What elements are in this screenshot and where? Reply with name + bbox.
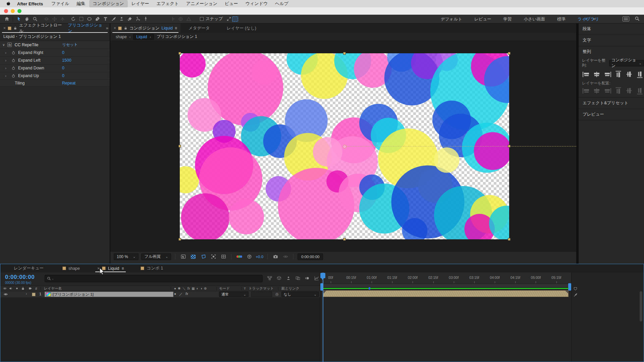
workspace-tab[interactable]: 標準 xyxy=(552,16,570,22)
hide-shy-layers-icon[interactable] xyxy=(285,275,291,281)
index-column-label[interactable]: # xyxy=(35,286,37,291)
stopwatch-icon[interactable] xyxy=(11,51,18,55)
menu-item[interactable]: 編集 xyxy=(73,0,89,7)
resolution-dropdown[interactable]: フル画質 ⌄ xyxy=(141,253,171,260)
layer-handle-mid-right[interactable] xyxy=(508,145,511,147)
paragraph-panel-label[interactable]: 段落 xyxy=(579,23,644,35)
preview-time-display[interactable]: 0:00:00:00 xyxy=(298,253,323,260)
mask-visibility-icon[interactable] xyxy=(200,253,207,260)
property-value[interactable]: Repeat xyxy=(62,81,75,85)
show-snapshot-icon[interactable] xyxy=(282,253,289,260)
stopwatch-icon[interactable] xyxy=(11,74,18,78)
track-matte-cell[interactable] xyxy=(251,292,272,297)
work-area-bar[interactable] xyxy=(320,284,571,288)
property-expander-icon[interactable]: › xyxy=(0,74,11,78)
axis-tool-icon[interactable] xyxy=(176,15,184,23)
layer-handle-top-left[interactable] xyxy=(178,52,181,55)
layer-tab[interactable]: レイヤー (なし) xyxy=(223,23,260,33)
property-value[interactable]: 0 xyxy=(62,50,64,55)
layer-name-text[interactable]: [プリコンポジション 1] xyxy=(53,292,94,297)
axis-tool-icon[interactable] xyxy=(168,15,176,23)
menu-item[interactable]: コンポジション xyxy=(89,0,128,7)
effect-reset-button[interactable]: リセット xyxy=(62,42,78,47)
tool-button-icon[interactable] xyxy=(11,15,15,23)
timeline-tab-shape[interactable]: shape xyxy=(57,264,85,273)
property-value[interactable]: 1500 xyxy=(62,58,71,63)
comp-button-icon[interactable] xyxy=(573,293,578,297)
parent-pickwhip-icon[interactable]: ◎ xyxy=(275,292,279,296)
panel-overflow-icon[interactable]: » xyxy=(106,25,108,31)
align-button-icon[interactable] xyxy=(603,71,612,77)
tool-button-icon[interactable] xyxy=(125,15,133,23)
effects-presets-label[interactable]: エフェクト&プリセット xyxy=(579,98,644,109)
layer-duration-bar[interactable] xyxy=(323,290,569,297)
playhead-line[interactable] xyxy=(323,273,323,362)
menu-item[interactable]: エフェクト xyxy=(153,0,183,7)
exposure-value[interactable]: +0.0 xyxy=(256,255,263,259)
fx-badge-icon[interactable]: fx xyxy=(7,43,12,47)
current-time-value[interactable]: 0:00:00:00 xyxy=(5,274,35,281)
breadcrumb-parent-box[interactable]: Liquid ‹ xyxy=(133,34,154,40)
track-matte-column-label[interactable]: トラックマット xyxy=(249,286,274,291)
tool-button-icon[interactable] xyxy=(77,15,85,23)
tool-button-icon[interactable] xyxy=(117,15,125,23)
snap-marching-ants-icon[interactable] xyxy=(232,16,238,22)
layer-name-selected[interactable]: [プリコンポジション 1] xyxy=(45,292,173,297)
tool-button-icon[interactable] xyxy=(133,15,142,23)
time-ruler[interactable]: 00f00:15f01:00f01:15f02:00f02:15f03:00f0… xyxy=(320,273,571,284)
switch-column-icon[interactable]: ● xyxy=(174,287,176,290)
workspace-tab[interactable]: 学習 xyxy=(499,16,517,22)
workspace-tab[interactable]: レビュー xyxy=(470,16,496,22)
effect-expander-icon[interactable]: ∨ xyxy=(0,43,7,47)
breadcrumb-grandparent[interactable]: shape xyxy=(116,35,127,39)
align-button-icon[interactable] xyxy=(582,71,590,77)
lock-icon[interactable] xyxy=(124,26,127,30)
property-value[interactable]: 0 xyxy=(62,73,64,78)
tool-button-icon[interactable] xyxy=(109,15,117,23)
menu-item[interactable]: ヘルプ xyxy=(271,0,292,7)
motion-blur-icon[interactable] xyxy=(304,275,310,281)
layer-name-column-label[interactable]: レイヤー名 xyxy=(44,286,62,291)
render-queue-tab[interactable]: レンダーキュー xyxy=(8,264,49,273)
workspace-settings-icon[interactable] xyxy=(623,16,629,21)
close-panel-icon[interactable]: × xyxy=(114,26,116,31)
graph-editor-icon[interactable] xyxy=(314,275,320,281)
label-column-icon[interactable] xyxy=(29,286,32,291)
tool-button-icon[interactable] xyxy=(85,15,93,23)
workspace-search-icon[interactable] xyxy=(635,16,640,21)
property-value[interactable]: 0 xyxy=(62,66,64,70)
magnification-dropdown[interactable]: 100 % ⌄ xyxy=(114,253,139,260)
zoom-window-button[interactable] xyxy=(17,9,21,13)
layer-handle-top-center[interactable] xyxy=(343,52,346,55)
layer-mode-dropdown[interactable]: 通常 ⌄ xyxy=(219,292,249,297)
parent-link-column-label[interactable]: 親とリンク xyxy=(281,286,299,291)
draft-3d-icon[interactable] xyxy=(276,275,282,281)
menu-item[interactable]: ビュー xyxy=(221,0,242,7)
align-panel-label[interactable]: 整列 xyxy=(579,46,644,57)
tool-button-icon[interactable] xyxy=(69,15,77,23)
exposure-icon[interactable] xyxy=(246,253,253,260)
layer-handle-mid-left[interactable] xyxy=(178,145,181,147)
menu-item[interactable]: After Effects xyxy=(13,1,48,7)
layer-row[interactable]: › 1 [プリコンポジション 1] ● ／ fx 通常 ⌄ ◎ xyxy=(0,291,320,298)
align-button-icon[interactable] xyxy=(593,71,601,77)
tool-button-icon[interactable] xyxy=(31,15,39,23)
layer-handle-bottom-center[interactable] xyxy=(343,238,346,241)
switch-column-icon[interactable]: ◐ xyxy=(197,287,199,290)
layer-shy-icon[interactable]: ● xyxy=(174,292,176,297)
align-target-dropdown[interactable]: コンポジション ⌄ xyxy=(609,60,644,66)
layer-handle-bottom-left[interactable] xyxy=(178,238,181,241)
minimize-window-button[interactable] xyxy=(11,9,15,13)
color-channels-icon[interactable] xyxy=(235,253,243,260)
align-button-icon[interactable] xyxy=(637,70,643,79)
menu-item[interactable]: ウィンドウ xyxy=(242,0,272,7)
tool-button-icon[interactable] xyxy=(58,15,66,23)
distribute-button-icon[interactable] xyxy=(637,87,643,95)
switch-column-icon[interactable]: ＼ xyxy=(182,286,185,291)
distribute-button-icon[interactable] xyxy=(582,88,590,94)
effect-header-row[interactable]: ∨ fx CC RepeTile リセット xyxy=(0,41,110,49)
parent-dropdown[interactable]: なし ⌄ xyxy=(281,292,319,297)
stopwatch-icon[interactable] xyxy=(11,66,18,70)
switch-column-icon[interactable]: ⊕ xyxy=(204,287,207,290)
tool-button-icon[interactable] xyxy=(93,15,101,23)
